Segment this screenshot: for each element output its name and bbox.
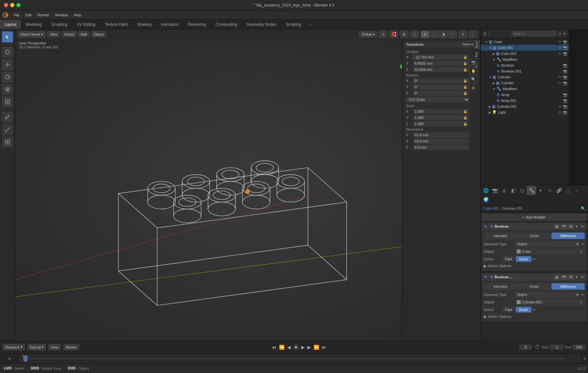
menu-file[interactable]: File	[11, 12, 22, 18]
prop-search-icon[interactable]: 🔍	[581, 206, 585, 211]
tab-modeling[interactable]: Modeling	[21, 20, 47, 29]
mod2-union-button[interactable]: Union	[518, 283, 551, 290]
mod1-eye-icon[interactable]: 👁	[568, 224, 574, 229]
mod2-operand-link-icon[interactable]: ⊳	[581, 292, 585, 297]
prop-tab-scene[interactable]: 🌐	[481, 186, 490, 195]
mod2-close-icon[interactable]: ✕	[580, 275, 585, 280]
mod2-solver-menu-icon[interactable]: ⊳	[532, 307, 536, 312]
mod2-render-icon[interactable]: 📷	[561, 275, 567, 280]
outliner-item-array[interactable]: ⊞ Array 📷	[481, 92, 569, 98]
outliner-search-input[interactable]	[511, 31, 557, 37]
prop-tab-constraints[interactable]: 🔗	[554, 186, 564, 195]
mod2-down-icon[interactable]: ▾	[575, 275, 579, 280]
timeline-view-dropdown[interactable]: View	[48, 344, 61, 350]
tab-scripting[interactable]: Scripting	[281, 20, 306, 29]
rotation-y-lock-icon[interactable]: 🔒	[463, 85, 467, 89]
tab-uv-editing[interactable]: UV Editing	[72, 20, 100, 29]
outliner-item-boolean001[interactable]: ⊕ Boolean.001 📷	[481, 68, 569, 74]
render-icon[interactable]: 📷	[563, 93, 567, 97]
prop-tab-data[interactable]: △	[564, 186, 573, 195]
rotation-x-lock-icon[interactable]: 🔒	[463, 79, 467, 83]
prop-tab-render[interactable]: 📷	[490, 186, 499, 195]
render-icon[interactable]: 📷	[563, 105, 567, 109]
mod2-intersect-button[interactable]: Intersect	[484, 283, 517, 290]
marker-dropdown[interactable]: Marker	[63, 344, 79, 350]
expand-arrow[interactable]: ▼	[489, 46, 492, 50]
prev-frame-button[interactable]: ⏪	[278, 344, 285, 350]
jump-end-button[interactable]: ⏭	[321, 344, 327, 350]
transform-tool-button[interactable]	[2, 96, 13, 107]
viewport-options-button[interactable]: Options	[459, 41, 476, 47]
outliner-item-boolean[interactable]: ⊕ Boolean 📷	[481, 62, 569, 68]
xray-button[interactable]: ⬡	[410, 31, 419, 38]
mod1-operand-type-value[interactable]: Object ▾	[515, 241, 580, 247]
mod1-realtime-icon[interactable]: ◉	[554, 224, 560, 229]
play-button[interactable]: ▶	[301, 344, 305, 350]
scrubber-track[interactable]: 0 10 20 30 40 50 60 70 80 90 100 110 120…	[23, 358, 565, 359]
add-workspace-button[interactable]: +	[306, 21, 315, 28]
view-menu[interactable]: View	[47, 31, 60, 37]
expand-arrow[interactable]: ▶	[493, 81, 495, 85]
select-menu[interactable]: Select	[62, 31, 76, 37]
outliner-item-cylinder001[interactable]: ▶ ▦ Cylinder.001 👁 📷	[481, 104, 569, 109]
rotation-x-field[interactable]: 0° 🔒	[413, 78, 469, 83]
close-button[interactable]	[4, 3, 8, 7]
visibility-icon[interactable]: 👁	[558, 52, 562, 56]
render-icon[interactable]: 📷	[563, 81, 567, 85]
render-icon[interactable]: 📷	[563, 52, 567, 56]
mod1-render-icon[interactable]: 📷	[561, 224, 567, 229]
mod1-operand-link-icon[interactable]: ⊳	[581, 242, 585, 246]
keying-dropdown[interactable]: Keying ▾	[27, 344, 46, 350]
zoom-icon[interactable]: 🔍	[469, 76, 478, 83]
menu-window[interactable]: Window	[53, 12, 71, 18]
outliner-settings-icon[interactable]: ⚙	[563, 32, 566, 36]
snap-button[interactable]: 🧲	[389, 31, 398, 38]
mod1-difference-button[interactable]: Difference	[551, 233, 585, 239]
outliner-item-cube001[interactable]: ▼ ▦ Cube.001 👁 📷	[481, 45, 569, 51]
expand-arrow[interactable]: ▼	[489, 75, 492, 79]
render-icon[interactable]: 📷	[563, 99, 567, 103]
prop-tab-output[interactable]: 🖨	[499, 186, 509, 195]
scale-z-field[interactable]: 1.000 🔒	[413, 121, 469, 126]
render-icon[interactable]: 📷	[563, 46, 567, 50]
mod2-object-field[interactable]: Cylinder.001 ✕	[515, 299, 585, 305]
filter-icon[interactable]: ⊞	[483, 32, 486, 36]
mod1-close-icon[interactable]: ✕	[580, 224, 585, 229]
render-icon[interactable]: 📷	[563, 110, 567, 115]
object-mode-dropdown[interactable]: Object Mode ▾	[18, 31, 45, 38]
outliner-item-cube003[interactable]: ▶ ▦ Cube.003 👁 📷	[481, 51, 569, 57]
outliner-item-cylinder[interactable]: ▼ ▦ Cylinder 👁 📷	[481, 74, 569, 80]
mod1-fast-button[interactable]: Fast	[502, 256, 515, 262]
hand-icon[interactable]: ✋	[469, 67, 478, 74]
end-frame-input[interactable]: 250	[572, 345, 585, 350]
tab-rendering[interactable]: Rendering	[183, 20, 211, 29]
visibility-icon[interactable]: 👁	[558, 46, 562, 50]
visibility-icon[interactable]: 👁	[558, 81, 562, 85]
prop-tab-object[interactable]: ◻	[518, 186, 527, 195]
prop-tab-modifier[interactable]: 🔧	[527, 186, 536, 195]
object-menu[interactable]: Object	[91, 31, 106, 37]
location-x-field[interactable]: -12.793 mm 🔒	[413, 55, 469, 60]
rotation-y-field[interactable]: 0° 🔒	[413, 84, 469, 89]
tab-compositing[interactable]: Compositing	[211, 20, 242, 29]
visibility-icon[interactable]: 👁	[558, 110, 562, 115]
prop-tab-physics[interactable]: ⚛	[545, 186, 554, 195]
maximize-button[interactable]	[16, 3, 21, 7]
viewport[interactable]: Object Mode ▾ View Select Add Object Glo…	[15, 29, 480, 340]
location-z-lock-icon[interactable]: 🔒	[463, 68, 467, 72]
dim-y-field[interactable]: 15.8 mm	[413, 138, 469, 144]
select-tool-button[interactable]	[2, 31, 13, 42]
render-icon[interactable]: 📷	[563, 40, 567, 44]
tab-sculpting[interactable]: Sculpting	[47, 20, 72, 29]
mod2-solver-options-row[interactable]: ▶ Solver Options	[484, 314, 585, 319]
outliner-item-array001[interactable]: ⊞ Array.001 📷	[481, 98, 569, 104]
mod2-eye-icon[interactable]: 👁	[568, 275, 574, 280]
mod2-object-clear-icon[interactable]: ✕	[580, 300, 583, 304]
visibility-icon[interactable]: 👁	[558, 75, 562, 79]
tab-layout[interactable]: Layout	[0, 20, 21, 29]
dim-x-field[interactable]: 31.8 mm	[413, 132, 469, 138]
location-y-lock-icon[interactable]: 🔒	[463, 62, 467, 65]
next-keyframe-button[interactable]: ▶	[307, 344, 312, 350]
prop-tab-view[interactable]: ◧	[509, 186, 518, 195]
mod2-realtime-icon[interactable]: ◉	[554, 275, 560, 280]
